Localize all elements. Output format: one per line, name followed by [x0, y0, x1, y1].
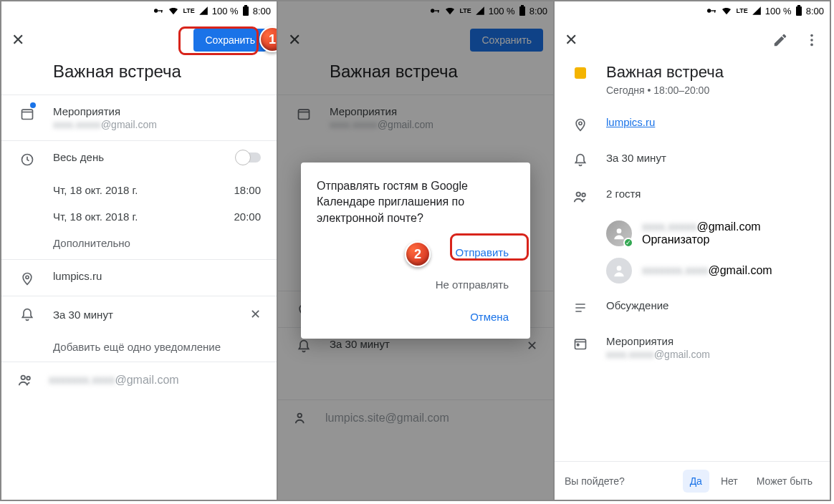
svg-point-7 — [26, 276, 29, 278]
avatar — [606, 258, 632, 284]
calendar-info-row[interactable]: Мероприятия xxxx.xxxxx@gmail.com — [555, 325, 830, 370]
svg-rect-31 — [575, 339, 586, 349]
rsvp-footer: Вы пойдете? Да Нет Может быть — [555, 461, 830, 500]
all-day-toggle[interactable] — [236, 152, 261, 163]
event-datetime: Сегодня • 18:00–20:00 — [606, 84, 814, 96]
guest-row[interactable]: xxxxxxx.xxxx@gmail.com — [1, 362, 277, 398]
save-button[interactable]: Сохранить — [193, 29, 267, 52]
svg-rect-2 — [161, 10, 162, 12]
location-link[interactable]: lumpics.ru — [606, 116, 655, 128]
status-bar: LTE 100 % 8:00 — [555, 1, 830, 20]
status-bar: LTE 100 % 8:00 — [1, 1, 277, 20]
svg-rect-20 — [714, 10, 715, 12]
calendar-icon — [570, 335, 590, 351]
guest-item-2[interactable]: xxxxxxx.xxxx@gmail.com — [555, 252, 830, 289]
svg-point-9 — [27, 377, 30, 380]
vpn-key-icon — [153, 5, 164, 16]
svg-rect-21 — [796, 6, 802, 16]
calendar-owner-name: xxxx.xxxxx — [53, 119, 101, 130]
calendar-icon — [17, 105, 37, 121]
guest-name: xxxx.xxxxx — [642, 220, 696, 233]
panel-dialog: LTE 100 % 8:00 ✕ Сохранить Важная встреч… — [278, 1, 555, 500]
event-title: Важная встреча — [606, 63, 814, 82]
svg-rect-3 — [243, 6, 249, 16]
reminder-row[interactable]: За 30 минут ✕ — [1, 296, 277, 332]
location-icon — [570, 116, 590, 132]
svg-point-24 — [810, 39, 813, 42]
end-time: 20:00 — [234, 210, 261, 223]
bell-icon — [17, 306, 37, 322]
more-menu-button[interactable] — [804, 32, 820, 48]
svg-rect-5 — [22, 110, 33, 119]
lte-icon: LTE — [183, 7, 194, 14]
start-date: Чт, 18 окт. 2018 г. — [53, 184, 138, 196]
people-icon — [570, 188, 590, 205]
calendar-email-suffix: @gmail.com — [101, 119, 157, 130]
notes-icon — [570, 299, 590, 315]
signal-icon — [752, 6, 762, 16]
close-button[interactable]: ✕ — [11, 31, 24, 49]
view-header: ✕ — [555, 20, 830, 60]
battery-icon — [795, 5, 802, 16]
panel-view-event: LTE 100 % 8:00 ✕ Важная встреча Сегодня … — [555, 1, 830, 500]
people-icon — [17, 372, 33, 388]
clock-text: 8:00 — [253, 6, 271, 16]
rsvp-yes[interactable]: Да — [683, 470, 709, 493]
location-icon — [17, 270, 37, 286]
location-text: lumpics.ru — [53, 270, 261, 282]
svg-point-27 — [577, 193, 581, 197]
svg-point-18 — [707, 9, 711, 12]
calendar-selector[interactable]: Мероприятия xxxx.xxxxx@gmail.com — [1, 95, 277, 140]
panel-edit-event: LTE 100 % 8:00 ✕ Сохранить Важная встреч… — [1, 1, 278, 500]
svg-rect-4 — [244, 5, 247, 6]
dont-send-button[interactable]: Не отправлять — [430, 274, 514, 295]
guests-header[interactable]: 2 гостя — [555, 178, 830, 215]
guest-name: xxxxxxx.xxxx — [49, 374, 115, 386]
guest-role: Организатор — [642, 233, 761, 246]
all-day-label: Весь день — [53, 151, 104, 163]
location-row[interactable]: lumpics.ru — [555, 106, 830, 142]
start-time-row[interactable]: Чт, 18 окт. 2018 г. 18:00 — [1, 177, 277, 203]
edit-header: ✕ Сохранить — [1, 20, 277, 60]
step-badge-2: 2 — [405, 241, 431, 267]
svg-point-29 — [617, 228, 622, 233]
event-title[interactable]: Важная встреча — [53, 62, 261, 82]
cancel-button[interactable]: Отмена — [464, 306, 514, 327]
signal-icon — [198, 6, 208, 16]
calendar-email-suffix: @gmail.com — [654, 349, 710, 360]
event-color-icon — [575, 67, 586, 79]
dialog-message: Отправлять гостям в Google Календаре при… — [317, 178, 514, 226]
guest-item-1[interactable]: ✓ xxxx.xxxxx@gmail.com Организатор — [555, 215, 830, 252]
start-time: 18:00 — [234, 184, 261, 196]
reminder-text: За 30 минут — [606, 152, 814, 164]
send-button[interactable]: Отправить — [450, 242, 514, 263]
calendar-label: Мероприятия — [53, 105, 261, 117]
svg-point-8 — [21, 376, 26, 380]
calendar-label: Мероприятия — [606, 335, 814, 347]
wifi-icon — [168, 5, 179, 16]
lte-icon: LTE — [736, 7, 747, 14]
close-button[interactable]: ✕ — [565, 31, 577, 49]
guests-count: 2 гостя — [606, 188, 814, 200]
svg-point-32 — [577, 344, 579, 346]
rsvp-label: Вы пойдете? — [565, 475, 679, 487]
check-badge-icon: ✓ — [623, 238, 633, 248]
remove-reminder-button[interactable]: ✕ — [250, 306, 261, 322]
bell-icon — [570, 152, 590, 168]
guest-email-suffix: @gmail.com — [115, 374, 178, 386]
reminder-row[interactable]: За 30 минут — [555, 142, 830, 178]
battery-icon — [242, 5, 249, 16]
more-options[interactable]: Дополнительно — [1, 230, 277, 259]
edit-button[interactable] — [772, 32, 788, 48]
guest-email: @gmail.com — [696, 220, 760, 233]
discussion-row[interactable]: Обсуждение — [555, 289, 830, 325]
end-date: Чт, 18 окт. 2018 г. — [53, 210, 138, 223]
rsvp-no[interactable]: Нет — [714, 470, 745, 493]
add-reminder-button[interactable]: Добавить ещё одно уведомление — [1, 332, 277, 362]
svg-point-30 — [617, 266, 622, 271]
end-time-row[interactable]: Чт, 18 окт. 2018 г. 20:00 — [1, 203, 277, 230]
location-row[interactable]: lumpics.ru — [1, 260, 277, 296]
clock-icon — [17, 151, 37, 167]
rsvp-maybe[interactable]: Может быть — [749, 470, 820, 493]
svg-point-23 — [810, 34, 813, 37]
